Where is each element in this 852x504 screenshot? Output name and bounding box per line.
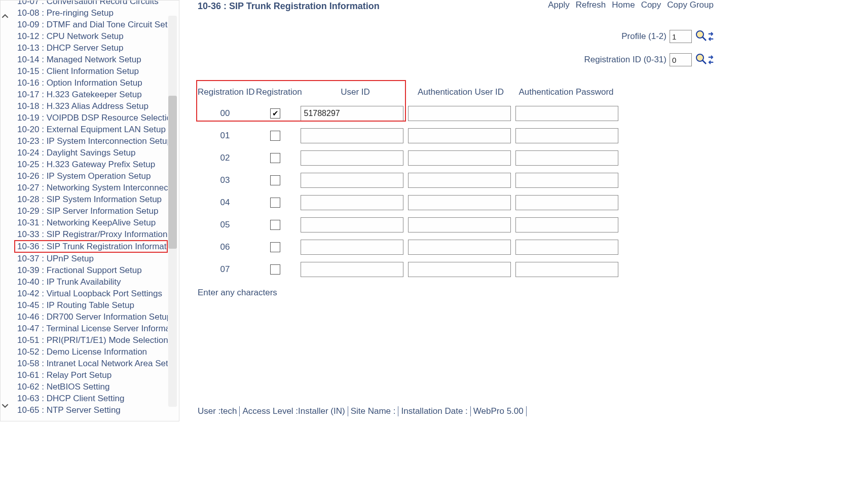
sidebar-item[interactable]: 10-20 : External Equipment LAN Setup: [17, 124, 168, 135]
svg-point-0: [696, 31, 703, 38]
sidebar-item[interactable]: 10-19 : VOIPDB DSP Resource Selection: [17, 112, 168, 124]
auth-userid-input[interactable]: [408, 106, 511, 121]
registration-table: Registration ID Registration User ID Aut…: [198, 87, 620, 281]
scrollbar-thumb[interactable]: [168, 96, 177, 249]
footer-sep: [398, 406, 398, 416]
sidebar-item[interactable]: 10-18 : H.323 Alias Address Setup: [17, 100, 168, 112]
auth-password-input[interactable]: [515, 217, 618, 232]
registration-checkbox[interactable]: [270, 198, 280, 208]
auth-password-input[interactable]: [515, 173, 618, 188]
auth-userid-input[interactable]: [408, 173, 511, 188]
sidebar-item[interactable]: 10-09 : DTMF and Dial Tone Circuit Setup: [17, 19, 168, 30]
sidebar-item[interactable]: 10-27 : Networking System Interconnectio…: [17, 182, 168, 193]
auth-userid-input[interactable]: [408, 128, 511, 143]
magnifier-icon[interactable]: [695, 29, 707, 44]
sidebar-item[interactable]: 10-36 : SIP Trunk Registration Informati…: [14, 240, 168, 253]
sidebar-item[interactable]: 10-24 : Daylight Savings Setup: [17, 147, 168, 159]
user-id-input[interactable]: [301, 217, 403, 232]
col-header-userid: User ID: [303, 87, 408, 97]
sidebar-item[interactable]: 10-62 : NetBIOS Setting: [17, 381, 168, 393]
sidebar-item[interactable]: 10-39 : Fractional Support Setup: [17, 264, 168, 276]
table-row: 04: [198, 191, 620, 214]
profile-input[interactable]: [670, 30, 692, 43]
user-id-input[interactable]: [301, 195, 403, 210]
copy-group-button[interactable]: Copy Group: [667, 0, 714, 10]
svg-point-2: [696, 54, 703, 61]
sidebar-item[interactable]: 10-51 : PRI(PRI/T1/E1) Mode Selection: [17, 334, 168, 346]
auth-userid-input[interactable]: [408, 217, 511, 232]
registration-checkbox[interactable]: [270, 242, 280, 252]
sidebar-item[interactable]: 10-65 : NTP Server Setting: [17, 404, 168, 416]
footer-sep: [526, 406, 527, 416]
auth-password-input[interactable]: [515, 128, 618, 143]
sidebar-item[interactable]: 10-47 : Terminal License Server Informat…: [17, 323, 168, 334]
sidebar-item[interactable]: 10-33 : SIP Registrar/Proxy Information …: [17, 228, 168, 240]
scroll-up-icon[interactable]: [1, 12, 9, 20]
apply-button[interactable]: Apply: [548, 0, 570, 10]
auth-password-input[interactable]: [515, 150, 618, 166]
home-button[interactable]: Home: [612, 0, 635, 10]
user-id-input[interactable]: [301, 128, 403, 143]
auth-password-input[interactable]: [515, 195, 618, 210]
sidebar-item[interactable]: 10-25 : H.323 Gateway Prefix Setup: [17, 159, 168, 170]
sidebar-item[interactable]: 10-16 : Option Information Setup: [17, 77, 168, 89]
footer-access-value: Installer (IN): [298, 406, 345, 416]
nav-arrows-icon[interactable]: ➜➜: [708, 31, 714, 42]
magnifier-icon[interactable]: [695, 53, 707, 67]
footer-site-label: Site Name :: [351, 406, 396, 416]
footer: User : tech Access Level : Installer (IN…: [198, 406, 529, 416]
sidebar-item[interactable]: 10-14 : Managed Network Setup: [17, 54, 168, 65]
sidebar-item[interactable]: 10-17 : H.323 Gatekeeper Setup: [17, 89, 168, 100]
user-id-input[interactable]: [301, 150, 403, 166]
auth-userid-input[interactable]: [408, 240, 511, 255]
regid-input[interactable]: [670, 53, 692, 66]
registration-checkbox[interactable]: [270, 264, 280, 275]
auth-userid-input[interactable]: [408, 150, 511, 166]
sidebar-item[interactable]: 10-42 : Virtual Loopback Port Settings: [17, 288, 168, 299]
auth-userid-input[interactable]: [408, 195, 511, 210]
registration-checkbox[interactable]: [270, 131, 280, 141]
copy-button[interactable]: Copy: [641, 0, 661, 10]
sidebar-item[interactable]: 10-52 : Demo License Information: [17, 346, 168, 358]
col-header-regid: Registration ID: [198, 87, 256, 97]
sidebar-item[interactable]: 10-07 : Conversation Record Circuits: [17, 0, 168, 7]
sidebar-item[interactable]: 10-28 : SIP System Information Setup: [17, 193, 168, 205]
user-id-input[interactable]: [301, 262, 403, 277]
sidebar: 10-07 : Conversation Record Circuits10-0…: [0, 0, 179, 421]
registration-checkbox[interactable]: [270, 175, 280, 185]
user-id-input[interactable]: [301, 106, 403, 121]
sidebar-item[interactable]: 10-40 : IP Trunk Availability: [17, 276, 168, 288]
auth-password-input[interactable]: [515, 240, 618, 255]
sidebar-item[interactable]: 10-23 : IP System Interconnection Setup: [17, 135, 168, 147]
sidebar-item[interactable]: 10-46 : DR700 Server Information Setup: [17, 311, 168, 323]
sidebar-item[interactable]: 10-31 : Networking KeepAlive Setup: [17, 217, 168, 228]
col-header-authuid: Authentication User ID: [408, 87, 513, 97]
page-title: 10-36 : SIP Trunk Registration Informati…: [198, 0, 548, 12]
sidebar-item[interactable]: 10-26 : IP System Operation Setup: [17, 170, 168, 182]
sidebar-item[interactable]: 10-29 : SIP Server Information Setup: [17, 205, 168, 217]
footer-sep: [470, 406, 471, 416]
scroll-down-icon[interactable]: [1, 401, 9, 410]
user-id-input[interactable]: [301, 240, 403, 255]
sidebar-item[interactable]: 10-61 : Relay Port Setup: [17, 369, 168, 381]
sidebar-item[interactable]: 10-45 : IP Routing Table Setup: [17, 299, 168, 311]
nav-arrows-icon[interactable]: ➜➜: [708, 55, 714, 65]
sidebar-item[interactable]: 10-58 : Intranet Local Network Area Setu…: [17, 358, 168, 369]
registration-checkbox[interactable]: [270, 220, 280, 230]
user-id-input[interactable]: [301, 173, 403, 188]
sidebar-item[interactable]: 10-08 : Pre-ringing Setup: [17, 7, 168, 19]
regid-selector-row: Registration ID (0-31) ➜➜: [584, 53, 714, 67]
sidebar-item[interactable]: 10-12 : CPU Network Setup: [17, 30, 168, 42]
sidebar-item[interactable]: 10-37 : UPnP Setup: [17, 253, 168, 264]
main-panel: 10-36 : SIP Trunk Registration Informati…: [179, 0, 719, 421]
auth-password-input[interactable]: [515, 106, 618, 121]
auth-userid-input[interactable]: [408, 262, 511, 277]
sidebar-item[interactable]: 10-13 : DHCP Server Setup: [17, 42, 168, 54]
registration-checkbox[interactable]: [270, 153, 280, 163]
refresh-button[interactable]: Refresh: [576, 0, 606, 10]
sidebar-item[interactable]: 10-15 : Client Information Setup: [17, 65, 168, 77]
registration-checkbox[interactable]: ✔: [270, 108, 280, 119]
svg-line-1: [702, 37, 706, 41]
sidebar-item[interactable]: 10-63 : DHCP Client Setting: [17, 393, 168, 404]
auth-password-input[interactable]: [515, 262, 618, 277]
